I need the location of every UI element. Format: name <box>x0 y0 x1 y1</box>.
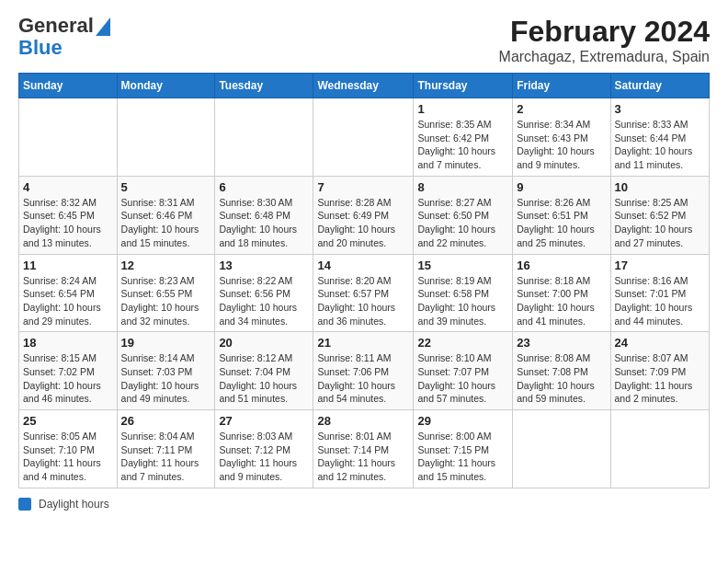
day-number: 19 <box>121 336 211 350</box>
day-info: Sunrise: 8:05 AM Sunset: 7:10 PM Dayligh… <box>23 430 113 484</box>
calendar-day-cell: 23Sunrise: 8:08 AM Sunset: 7:08 PM Dayli… <box>513 332 610 410</box>
day-number: 7 <box>317 180 409 194</box>
calendar-day-cell: 4Sunrise: 8:32 AM Sunset: 6:45 PM Daylig… <box>19 176 118 254</box>
day-number: 1 <box>417 102 508 116</box>
calendar-day-cell: 25Sunrise: 8:05 AM Sunset: 7:10 PM Dayli… <box>19 410 118 488</box>
calendar-day-cell: 11Sunrise: 8:24 AM Sunset: 6:54 PM Dayli… <box>19 254 118 332</box>
calendar-day-header: Monday <box>117 74 215 98</box>
day-info: Sunrise: 8:34 AM Sunset: 6:43 PM Dayligh… <box>517 118 606 172</box>
day-number: 22 <box>417 336 508 350</box>
calendar-day-header: Friday <box>513 74 610 98</box>
logo: General Blue <box>18 15 110 59</box>
day-number: 23 <box>517 336 606 350</box>
calendar-day-cell: 3Sunrise: 8:33 AM Sunset: 6:44 PM Daylig… <box>610 98 709 177</box>
page-title: February 2024 <box>499 15 710 49</box>
day-number: 8 <box>417 180 508 194</box>
calendar-day-cell: 13Sunrise: 8:22 AM Sunset: 6:56 PM Dayli… <box>215 254 313 332</box>
day-info: Sunrise: 8:23 AM Sunset: 6:55 PM Dayligh… <box>121 274 211 328</box>
day-info: Sunrise: 8:33 AM Sunset: 6:44 PM Dayligh… <box>615 118 705 172</box>
svg-marker-0 <box>96 17 110 36</box>
day-number: 28 <box>317 414 409 428</box>
calendar-day-cell: 28Sunrise: 8:01 AM Sunset: 7:14 PM Dayli… <box>313 410 414 488</box>
logo-text: General <box>18 15 110 37</box>
calendar-day-cell <box>215 98 313 177</box>
day-info: Sunrise: 8:19 AM Sunset: 6:58 PM Dayligh… <box>417 274 508 328</box>
day-info: Sunrise: 8:00 AM Sunset: 7:15 PM Dayligh… <box>417 430 508 484</box>
day-info: Sunrise: 8:35 AM Sunset: 6:42 PM Dayligh… <box>417 118 508 172</box>
calendar-day-cell <box>610 410 709 488</box>
day-number: 9 <box>517 180 606 194</box>
calendar-day-cell: 7Sunrise: 8:28 AM Sunset: 6:49 PM Daylig… <box>313 176 414 254</box>
calendar-day-cell: 9Sunrise: 8:26 AM Sunset: 6:51 PM Daylig… <box>513 176 610 254</box>
day-info: Sunrise: 8:27 AM Sunset: 6:50 PM Dayligh… <box>417 196 508 250</box>
calendar-day-cell <box>313 98 414 177</box>
calendar-day-cell: 21Sunrise: 8:11 AM Sunset: 7:06 PM Dayli… <box>313 332 414 410</box>
day-info: Sunrise: 8:12 AM Sunset: 7:04 PM Dayligh… <box>219 351 309 406</box>
calendar-day-cell <box>19 98 118 177</box>
calendar-day-cell <box>117 98 215 177</box>
calendar-footer: Daylight hours <box>18 498 710 511</box>
calendar-week-row: 25Sunrise: 8:05 AM Sunset: 7:10 PM Dayli… <box>19 410 710 488</box>
day-info: Sunrise: 8:26 AM Sunset: 6:51 PM Dayligh… <box>517 196 606 250</box>
calendar-day-cell: 24Sunrise: 8:07 AM Sunset: 7:09 PM Dayli… <box>610 332 709 410</box>
calendar-day-cell: 1Sunrise: 8:35 AM Sunset: 6:42 PM Daylig… <box>414 98 513 177</box>
calendar-day-cell: 26Sunrise: 8:04 AM Sunset: 7:11 PM Dayli… <box>117 410 215 488</box>
calendar-day-header: Saturday <box>610 74 709 98</box>
calendar-week-row: 1Sunrise: 8:35 AM Sunset: 6:42 PM Daylig… <box>19 98 710 177</box>
daylight-icon <box>18 498 31 511</box>
day-number: 10 <box>615 180 705 194</box>
calendar-header-row: SundayMondayTuesdayWednesdayThursdayFrid… <box>19 74 710 98</box>
page-subtitle: Marchagaz, Extremadura, Spain <box>499 49 710 65</box>
day-number: 6 <box>219 180 309 194</box>
day-number: 2 <box>517 102 606 116</box>
day-number: 29 <box>417 414 508 428</box>
calendar-week-row: 11Sunrise: 8:24 AM Sunset: 6:54 PM Dayli… <box>19 254 710 332</box>
day-number: 27 <box>219 414 309 428</box>
day-info: Sunrise: 8:31 AM Sunset: 6:46 PM Dayligh… <box>121 196 211 250</box>
day-number: 11 <box>23 259 113 272</box>
daylight-label: Daylight hours <box>39 498 109 511</box>
day-number: 20 <box>219 336 309 350</box>
day-number: 4 <box>23 180 113 194</box>
calendar-table: SundayMondayTuesdayWednesdayThursdayFrid… <box>18 73 710 488</box>
day-number: 15 <box>417 259 508 272</box>
calendar-day-header: Sunday <box>19 74 118 98</box>
day-info: Sunrise: 8:08 AM Sunset: 7:08 PM Dayligh… <box>517 351 606 406</box>
calendar-day-header: Tuesday <box>215 74 313 98</box>
calendar-day-cell: 22Sunrise: 8:10 AM Sunset: 7:07 PM Dayli… <box>414 332 513 410</box>
day-number: 25 <box>23 414 113 428</box>
day-info: Sunrise: 8:25 AM Sunset: 6:52 PM Dayligh… <box>615 196 705 250</box>
calendar-day-cell: 14Sunrise: 8:20 AM Sunset: 6:57 PM Dayli… <box>313 254 414 332</box>
day-info: Sunrise: 8:16 AM Sunset: 7:01 PM Dayligh… <box>615 274 705 328</box>
calendar-day-cell: 18Sunrise: 8:15 AM Sunset: 7:02 PM Dayli… <box>19 332 118 410</box>
day-info: Sunrise: 8:20 AM Sunset: 6:57 PM Dayligh… <box>317 274 409 328</box>
day-info: Sunrise: 8:03 AM Sunset: 7:12 PM Dayligh… <box>219 430 309 484</box>
calendar-day-cell: 29Sunrise: 8:00 AM Sunset: 7:15 PM Dayli… <box>414 410 513 488</box>
calendar-day-cell: 6Sunrise: 8:30 AM Sunset: 6:48 PM Daylig… <box>215 176 313 254</box>
day-number: 26 <box>121 414 211 428</box>
calendar-day-cell: 2Sunrise: 8:34 AM Sunset: 6:43 PM Daylig… <box>513 98 610 177</box>
title-block: February 2024 Marchagaz, Extremadura, Sp… <box>499 15 710 65</box>
day-info: Sunrise: 8:10 AM Sunset: 7:07 PM Dayligh… <box>417 351 508 406</box>
day-info: Sunrise: 8:28 AM Sunset: 6:49 PM Dayligh… <box>317 196 409 250</box>
day-info: Sunrise: 8:24 AM Sunset: 6:54 PM Dayligh… <box>23 274 113 328</box>
day-info: Sunrise: 8:18 AM Sunset: 7:00 PM Dayligh… <box>517 274 606 328</box>
day-number: 17 <box>615 259 705 272</box>
calendar-day-cell: 17Sunrise: 8:16 AM Sunset: 7:01 PM Dayli… <box>610 254 709 332</box>
calendar-week-row: 18Sunrise: 8:15 AM Sunset: 7:02 PM Dayli… <box>19 332 710 410</box>
day-info: Sunrise: 8:15 AM Sunset: 7:02 PM Dayligh… <box>23 351 113 406</box>
day-number: 21 <box>317 336 409 350</box>
day-info: Sunrise: 8:01 AM Sunset: 7:14 PM Dayligh… <box>317 430 409 484</box>
day-number: 3 <box>615 102 705 116</box>
calendar-day-cell: 27Sunrise: 8:03 AM Sunset: 7:12 PM Dayli… <box>215 410 313 488</box>
day-info: Sunrise: 8:14 AM Sunset: 7:03 PM Dayligh… <box>121 351 211 406</box>
day-info: Sunrise: 8:32 AM Sunset: 6:45 PM Dayligh… <box>23 196 113 250</box>
calendar-day-cell: 19Sunrise: 8:14 AM Sunset: 7:03 PM Dayli… <box>117 332 215 410</box>
calendar-day-cell: 10Sunrise: 8:25 AM Sunset: 6:52 PM Dayli… <box>610 176 709 254</box>
day-number: 18 <box>23 336 113 350</box>
day-info: Sunrise: 8:11 AM Sunset: 7:06 PM Dayligh… <box>317 351 409 406</box>
day-number: 24 <box>615 336 705 350</box>
page-header: General Blue February 2024 Marchagaz, Ex… <box>18 15 710 65</box>
day-number: 16 <box>517 259 606 272</box>
day-number: 5 <box>121 180 211 194</box>
